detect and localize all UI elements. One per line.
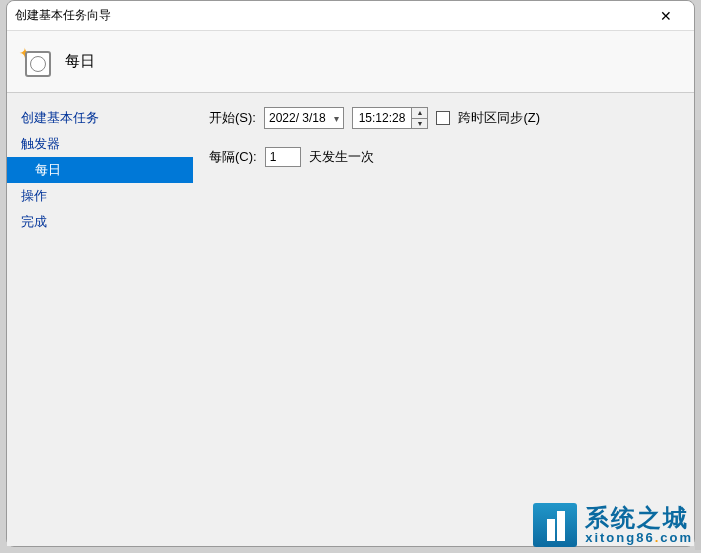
window-title: 创建基本任务向导	[15, 7, 646, 24]
recur-row: 每隔(C): 天发生一次	[209, 147, 678, 167]
wizard-header: ✦ 每日	[7, 31, 694, 93]
tz-sync-checkbox[interactable]	[436, 111, 450, 125]
page-title: 每日	[65, 52, 95, 71]
every-suffix: 天发生一次	[309, 148, 374, 166]
wizard-sidebar: 创建基本任务 触发器 每日 操作 完成	[7, 93, 193, 546]
start-label: 开始(S):	[209, 109, 256, 127]
time-picker[interactable]: 15:12:28 ▲ ▼	[352, 107, 429, 129]
recur-days-input[interactable]	[265, 147, 301, 167]
spinner-up-button[interactable]: ▲	[412, 108, 427, 119]
chevron-down-icon: ▾	[334, 113, 339, 124]
time-value: 15:12:28	[353, 108, 412, 128]
start-row: 开始(S): 2022/ 3/18 ▾ 15:12:28 ▲ ▼ 跨时区同步(Z…	[209, 107, 678, 129]
tz-sync-label: 跨时区同步(Z)	[458, 109, 540, 127]
right-edge-shadow	[695, 130, 701, 550]
close-icon: ✕	[660, 8, 672, 24]
sidebar-item-create-basic-task[interactable]: 创建基本任务	[7, 105, 193, 131]
close-button[interactable]: ✕	[646, 2, 686, 30]
sidebar-item-daily[interactable]: 每日	[7, 157, 193, 183]
sidebar-item-trigger[interactable]: 触发器	[7, 131, 193, 157]
main-panel: 开始(S): 2022/ 3/18 ▾ 15:12:28 ▲ ▼ 跨时区同步(Z…	[193, 93, 694, 546]
titlebar: 创建基本任务向导 ✕	[7, 1, 694, 31]
date-value: 2022/ 3/18	[269, 111, 326, 125]
task-scheduler-icon: ✦	[21, 47, 51, 77]
every-label: 每隔(C):	[209, 148, 257, 166]
spinner-down-button[interactable]: ▼	[412, 119, 427, 129]
content-area: 创建基本任务 触发器 每日 操作 完成 开始(S): 2022/ 3/18 ▾ …	[7, 93, 694, 546]
dialog-window: 创建基本任务向导 ✕ ✦ 每日 创建基本任务 触发器 每日 操作 完成 开始(S…	[6, 0, 695, 547]
date-picker[interactable]: 2022/ 3/18 ▾	[264, 107, 344, 129]
sidebar-item-action[interactable]: 操作	[7, 183, 193, 209]
sidebar-item-finish[interactable]: 完成	[7, 209, 193, 235]
time-spinner: ▲ ▼	[411, 108, 427, 128]
